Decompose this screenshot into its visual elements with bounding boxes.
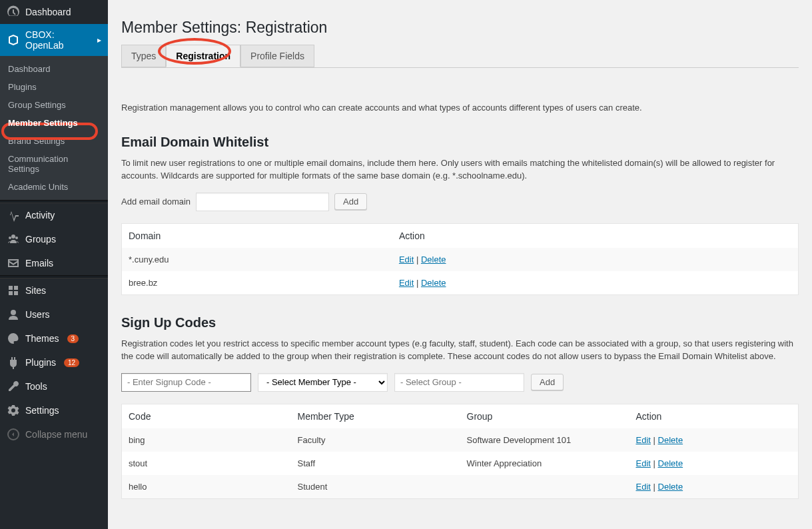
signup-desc: Registration codes let you restrict acce… bbox=[121, 337, 799, 363]
sidebar-sub-communication[interactable]: Communication Settings bbox=[0, 150, 108, 178]
svg-point-3 bbox=[11, 310, 16, 315]
sites-icon bbox=[7, 284, 20, 297]
domain-cell: bree.bz bbox=[122, 271, 392, 295]
activity-icon bbox=[7, 209, 20, 222]
admin-sidebar: Dashboard CBOX: OpenLab ▸ Dashboard Plug… bbox=[0, 0, 108, 529]
sidebar-sub-group-settings[interactable]: Group Settings bbox=[0, 96, 108, 114]
whitelist-heading: Email Domain Whitelist bbox=[121, 135, 799, 150]
member-type-select[interactable]: - Select Member Type - bbox=[258, 373, 388, 392]
tab-types[interactable]: Types bbox=[121, 45, 166, 67]
sidebar-label: Dashboard bbox=[25, 7, 71, 17]
sidebar-sub-dashboard[interactable]: Dashboard bbox=[0, 60, 108, 78]
svg-point-0 bbox=[11, 235, 15, 239]
sidebar-label: CBOX: OpenLab bbox=[25, 29, 92, 51]
tab-registration[interactable]: Registration bbox=[166, 45, 240, 67]
groups-icon bbox=[7, 233, 20, 246]
sidebar-item-emails[interactable]: Emails bbox=[0, 251, 108, 275]
action-cell: Edit | Delete bbox=[629, 428, 799, 452]
table-row: *.cuny.edu Edit | Delete bbox=[122, 248, 799, 271]
box-icon bbox=[7, 33, 20, 47]
add-signup-button[interactable]: Add bbox=[531, 374, 564, 390]
sidebar-item-themes[interactable]: Themes 3 bbox=[0, 326, 108, 350]
code-cell: hello bbox=[122, 475, 291, 499]
sidebar-sub-brand-settings[interactable]: Brand Settings bbox=[0, 132, 108, 150]
table-row: hello Student Edit | Delete bbox=[122, 475, 799, 499]
sidebar-item-activity[interactable]: Activity bbox=[0, 203, 108, 227]
add-domain-row: Add email domain Add bbox=[121, 193, 799, 211]
gauge-icon bbox=[7, 5, 20, 19]
sidebar-sub-plugins[interactable]: Plugins bbox=[0, 78, 108, 96]
delete-link[interactable]: Delete bbox=[658, 482, 683, 492]
delete-link[interactable]: Delete bbox=[421, 255, 446, 264]
whitelist-desc: To limit new user registrations to one o… bbox=[121, 157, 799, 183]
domain-table: Domain Action *.cuny.edu Edit | Delete b… bbox=[121, 223, 799, 295]
main-content: Member Settings: Registration Types Regi… bbox=[108, 0, 812, 529]
themes-icon bbox=[7, 332, 20, 345]
sidebar-label: Tools bbox=[25, 381, 47, 392]
sidebar-item-plugins[interactable]: Plugins 12 bbox=[0, 350, 108, 374]
group-cell: Winter Appreciation bbox=[460, 452, 629, 475]
member-type-cell: Staff bbox=[291, 452, 460, 475]
edit-link[interactable]: Edit bbox=[399, 255, 414, 264]
add-domain-button[interactable]: Add bbox=[334, 193, 367, 210]
group-cell bbox=[460, 475, 629, 499]
sidebar-item-users[interactable]: Users bbox=[0, 302, 108, 326]
col-group: Group bbox=[460, 404, 629, 428]
sidebar-label: Collapse menu bbox=[25, 429, 87, 440]
signup-heading: Sign Up Codes bbox=[121, 315, 799, 330]
member-type-cell: Faculty bbox=[291, 428, 460, 452]
intro-text: Registration management allows you to co… bbox=[121, 101, 799, 115]
sidebar-item-groups[interactable]: Groups bbox=[0, 227, 108, 251]
action-cell: Edit | Delete bbox=[629, 475, 799, 499]
code-cell: stout bbox=[122, 452, 291, 475]
table-row: bree.bz Edit | Delete bbox=[122, 271, 799, 295]
delete-link[interactable]: Delete bbox=[658, 458, 683, 468]
sidebar-label: Activity bbox=[25, 210, 55, 221]
table-row: bing Faculty Software Development 101 Ed… bbox=[122, 428, 799, 452]
sidebar-collapse[interactable]: Collapse menu bbox=[0, 422, 108, 446]
email-icon bbox=[7, 257, 20, 270]
sidebar-submenu: Dashboard Plugins Group Settings Member … bbox=[0, 56, 108, 200]
col-domain: Domain bbox=[122, 223, 392, 248]
delete-link[interactable]: Delete bbox=[658, 435, 683, 445]
add-domain-label: Add email domain bbox=[121, 197, 191, 207]
svg-point-1 bbox=[9, 237, 11, 239]
edit-link[interactable]: Edit bbox=[636, 435, 651, 445]
sidebar-item-settings[interactable]: Settings bbox=[0, 398, 108, 422]
update-badge: 12 bbox=[64, 358, 79, 367]
sidebar-label: Settings bbox=[25, 405, 59, 416]
sidebar-item-dashboard[interactable]: Dashboard bbox=[0, 0, 108, 24]
tabs: Types Registration Profile Fields bbox=[121, 45, 799, 68]
edit-link[interactable]: Edit bbox=[636, 482, 651, 492]
signup-code-input[interactable] bbox=[121, 373, 251, 392]
sidebar-label: Emails bbox=[25, 258, 53, 268]
sidebar-item-sites[interactable]: Sites bbox=[0, 278, 108, 302]
group-input[interactable] bbox=[394, 373, 524, 392]
collapse-icon bbox=[7, 428, 20, 441]
table-row: stout Staff Winter Appreciation Edit | D… bbox=[122, 452, 799, 475]
edit-link[interactable]: Edit bbox=[399, 278, 414, 288]
add-signup-row: - Select Member Type - Add bbox=[121, 373, 799, 392]
sidebar-item-cbox[interactable]: CBOX: OpenLab ▸ bbox=[0, 24, 108, 56]
chevron-right-icon: ▸ bbox=[97, 35, 101, 45]
sidebar-label: Sites bbox=[25, 285, 46, 296]
action-cell: Edit | Delete bbox=[629, 452, 799, 475]
sidebar-item-tools[interactable]: Tools bbox=[0, 374, 108, 398]
email-domain-input[interactable] bbox=[196, 193, 329, 211]
group-cell: Software Development 101 bbox=[460, 428, 629, 452]
tab-profile-fields[interactable]: Profile Fields bbox=[240, 45, 314, 67]
domain-cell: *.cuny.edu bbox=[122, 248, 392, 271]
sidebar-sub-academic[interactable]: Academic Units bbox=[0, 178, 108, 196]
update-badge: 3 bbox=[67, 334, 79, 343]
action-cell: Edit | Delete bbox=[392, 271, 799, 295]
sidebar-sub-member-settings[interactable]: Member Settings bbox=[0, 114, 108, 132]
member-type-cell: Student bbox=[291, 475, 460, 499]
edit-link[interactable]: Edit bbox=[636, 458, 651, 468]
svg-point-2 bbox=[15, 237, 18, 239]
users-icon bbox=[7, 308, 20, 321]
col-action: Action bbox=[392, 223, 799, 248]
settings-icon bbox=[7, 404, 20, 417]
sidebar-label: Users bbox=[25, 309, 50, 320]
delete-link[interactable]: Delete bbox=[421, 278, 446, 288]
plugins-icon bbox=[7, 356, 20, 369]
